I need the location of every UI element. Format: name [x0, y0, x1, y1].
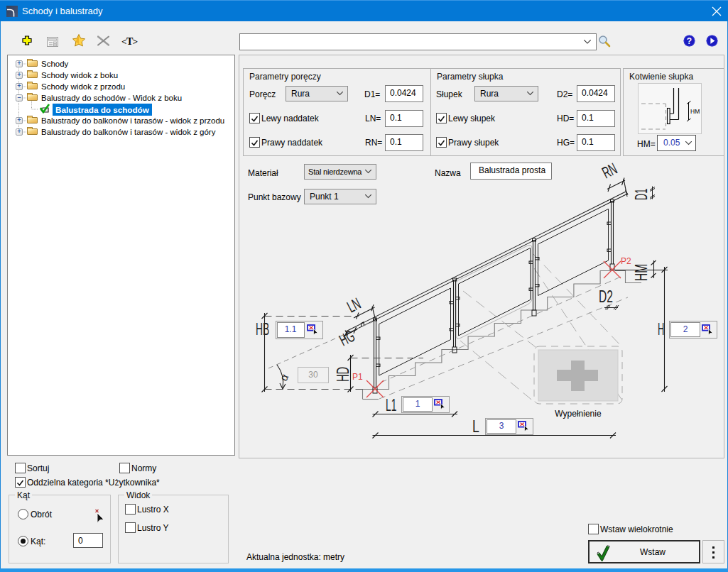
svg-text:H: H: [658, 320, 664, 339]
svg-text:HM: HM: [690, 108, 700, 115]
svg-text:LN: LN: [344, 295, 364, 317]
svg-text:RN: RN: [599, 160, 620, 182]
svg-text:P1: P1: [352, 372, 363, 382]
svg-text:?: ?: [687, 36, 692, 46]
svg-text:P2: P2: [621, 256, 631, 266]
svg-text:L: L: [472, 417, 479, 436]
svg-text:HB: HB: [256, 320, 269, 338]
svg-text:HM: HM: [632, 264, 651, 281]
svg-text:α: α: [277, 372, 290, 383]
svg-text:Wypełnienie: Wypełnienie: [555, 409, 602, 419]
svg-text:D2: D2: [599, 287, 613, 306]
svg-text:D1: D1: [632, 189, 651, 200]
svg-text:HD: HD: [335, 367, 352, 382]
svg-text:L1: L1: [386, 396, 396, 414]
